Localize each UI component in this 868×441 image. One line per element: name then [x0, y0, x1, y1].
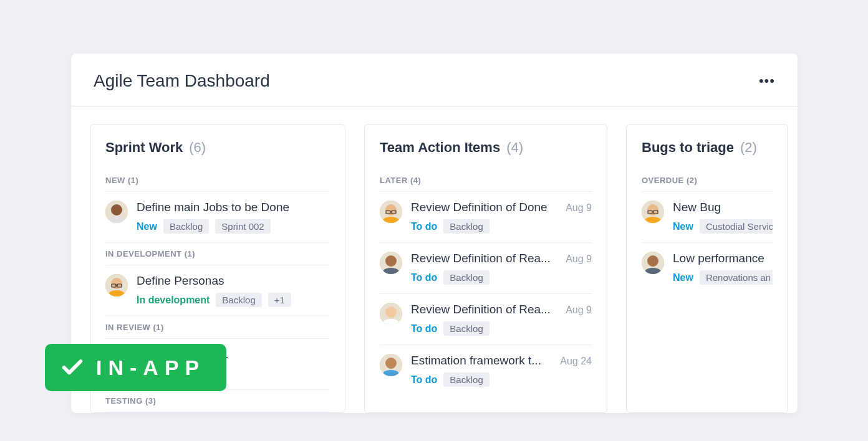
- task-item[interactable]: Estimation framework t...Aug 24To doBack…: [380, 345, 592, 396]
- tag[interactable]: Backlog: [216, 293, 261, 307]
- task-title[interactable]: Estimation framework t...: [411, 354, 554, 368]
- task-title[interactable]: Define main Jobs to be Done: [137, 201, 330, 214]
- group-label[interactable]: TESTING (3): [105, 390, 330, 412]
- more-options-icon[interactable]: •••: [759, 73, 775, 89]
- group-label[interactable]: NEW (1): [105, 169, 330, 192]
- avatar[interactable]: [642, 252, 664, 274]
- task-item[interactable]: Define PersonasIn developmentBacklog+1: [105, 265, 330, 316]
- status-label[interactable]: To do: [411, 323, 437, 334]
- board-column: Team Action Items(4)LATER (4)Review Defi…: [364, 124, 607, 413]
- task-item[interactable]: New BugNewCustodial Servic: [642, 192, 773, 243]
- task-body: Review Definition of Rea...Aug 9To doBac…: [411, 252, 592, 285]
- status-label[interactable]: To do: [411, 221, 437, 232]
- status-label[interactable]: New: [673, 221, 693, 232]
- column-title[interactable]: Team Action Items: [380, 140, 500, 156]
- group-label[interactable]: OVERDUE (2): [642, 169, 773, 192]
- tag[interactable]: Custodial Servic: [700, 219, 773, 234]
- task-date: Aug 9: [566, 254, 592, 265]
- page-title: Agile Team Dashboard: [94, 71, 270, 91]
- svg-point-1: [111, 204, 122, 216]
- avatar[interactable]: [380, 252, 402, 274]
- column-header: Team Action Items(4): [380, 140, 592, 156]
- tag[interactable]: Renovations an: [700, 270, 773, 285]
- avatar[interactable]: [105, 274, 128, 296]
- task-title[interactable]: New Bug: [673, 201, 773, 214]
- column-count: (4): [506, 140, 523, 156]
- status-label[interactable]: To do: [411, 272, 437, 283]
- column-header: Sprint Work(6): [105, 140, 330, 156]
- task-item[interactable]: Review Definition of DoneAug 9To doBackl…: [380, 192, 592, 243]
- svg-point-15: [385, 255, 397, 267]
- in-app-label: IN-APP: [96, 356, 205, 380]
- task-body: Define main Jobs to be DoneNewBacklogSpr…: [137, 201, 330, 234]
- svg-point-26: [647, 255, 658, 267]
- avatar[interactable]: [380, 354, 402, 376]
- tag[interactable]: Backlog: [443, 321, 489, 336]
- status-label[interactable]: To do: [411, 374, 437, 386]
- status-label[interactable]: New: [673, 272, 693, 283]
- task-title[interactable]: Low performance: [673, 252, 773, 265]
- task-body: Define PersonasIn developmentBacklog+1: [137, 274, 330, 307]
- task-date: Aug 24: [560, 356, 592, 367]
- svg-point-19: [385, 358, 397, 369]
- column-header: Bugs to triage(2): [642, 140, 773, 156]
- column-title[interactable]: Bugs to triage: [642, 140, 734, 156]
- column-count: (2): [740, 140, 757, 156]
- tag[interactable]: Backlog: [163, 219, 209, 234]
- task-title[interactable]: Define Personas: [137, 274, 330, 288]
- status-label[interactable]: In development: [137, 295, 210, 306]
- tag[interactable]: +1: [268, 293, 291, 307]
- task-title[interactable]: Review Definition of Rea...: [411, 303, 559, 316]
- column-title[interactable]: Sprint Work: [105, 140, 183, 156]
- avatar[interactable]: [380, 303, 402, 325]
- panel-header: Agile Team Dashboard •••: [71, 54, 798, 107]
- tag[interactable]: Sprint 002: [215, 219, 270, 234]
- task-title[interactable]: Review Definition of Done: [411, 201, 559, 214]
- status-label[interactable]: New: [137, 221, 157, 232]
- task-body: Review Definition of DoneAug 9To doBackl…: [411, 201, 592, 234]
- task-body: New BugNewCustodial Servic: [673, 201, 773, 234]
- tag[interactable]: Backlog: [443, 372, 489, 387]
- tag[interactable]: Backlog: [443, 270, 489, 285]
- avatar[interactable]: [642, 201, 664, 223]
- task-body: Review Definition of Rea...Aug 9To doBac…: [411, 303, 592, 336]
- in-app-badge: IN-APP: [45, 344, 226, 391]
- task-item[interactable]: Review Definition of Rea...Aug 9To doBac…: [380, 243, 592, 294]
- column-count: (6): [189, 140, 206, 156]
- group-label[interactable]: IN DEVELOPMENT (1): [105, 243, 330, 265]
- task-date: Aug 9: [566, 305, 592, 316]
- tag[interactable]: Backlog: [443, 219, 489, 234]
- task-body: Low performanceNewRenovations an: [673, 252, 773, 285]
- task-item[interactable]: Define main Jobs to be DoneNewBacklogSpr…: [105, 192, 330, 243]
- task-body: Estimation framework t...Aug 24To doBack…: [411, 354, 592, 387]
- group-label[interactable]: LATER (4): [380, 169, 592, 192]
- group-label[interactable]: IN REVIEW (1): [105, 316, 330, 339]
- task-date: Aug 9: [566, 202, 592, 214]
- svg-point-17: [385, 306, 397, 318]
- task-item[interactable]: Low performanceNewRenovations an: [642, 243, 773, 293]
- task-item[interactable]: Review Definition of Rea...Aug 9To doBac…: [380, 294, 592, 345]
- task-title[interactable]: Review Definition of Rea...: [411, 252, 559, 265]
- avatar[interactable]: [105, 201, 128, 223]
- avatar[interactable]: [380, 201, 402, 223]
- check-icon: [60, 355, 85, 380]
- board-column: Bugs to triage(2)OVERDUE (2)New BugNewCu…: [626, 124, 788, 413]
